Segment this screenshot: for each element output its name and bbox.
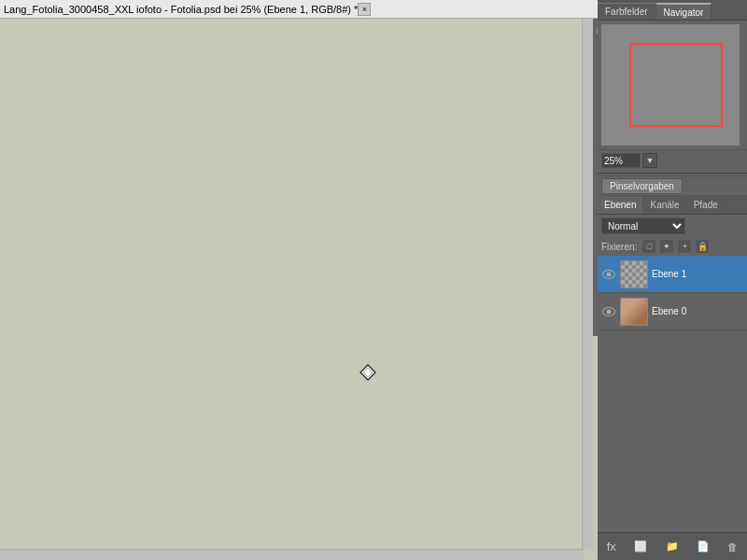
new-group-button[interactable]: 📁 [666, 540, 679, 553]
new-layer-button[interactable]: 📄 [697, 540, 710, 553]
layer-thumbnail-ebene1 [620, 260, 648, 288]
close-button[interactable]: × [358, 3, 371, 16]
panel-top-tabs: Farbfelder Navigator [598, 0, 747, 21]
canvas-cursor [359, 364, 376, 381]
eye-icon-ebene1 [602, 270, 615, 279]
svg-marker-1 [363, 368, 373, 377]
eye-icon-ebene0 [602, 307, 615, 316]
blend-mode-select[interactable]: Normal [601, 217, 685, 234]
pinselvorgaben-bar: Pinselvorgaben [598, 175, 747, 196]
layer-visibility-ebene1[interactable] [601, 267, 616, 282]
title-text: Lang_Fotolia_3000458_XXL iofoto - Fotoli… [4, 4, 358, 15]
svg-marker-0 [360, 365, 375, 380]
title-bar: Lang_Fotolia_3000458_XXL iofoto - Fotoli… [0, 0, 598, 19]
fixieren-plus-button[interactable]: + [677, 239, 692, 254]
horizontal-scrollbar[interactable] [0, 549, 584, 560]
tab-pfade[interactable]: Pfade [687, 196, 726, 214]
layer-mask-button[interactable]: ⬜ [634, 540, 647, 553]
zoom-input[interactable] [601, 153, 641, 168]
layer-thumbnail-ebene0 [620, 298, 648, 326]
tab-kanaele[interactable]: Kanäle [643, 196, 686, 214]
ebenen-tabs: Ebenen Kanäle Pfade [598, 196, 747, 215]
blend-mode-row: Normal [598, 215, 747, 237]
panel-divider [598, 173, 747, 174]
layer-item-ebene1[interactable]: Ebene 1 [598, 256, 747, 293]
fixieren-diamond-button[interactable]: ✦ [659, 239, 674, 254]
layer-style-button[interactable]: fx [607, 539, 616, 553]
layer-item-ebene0[interactable]: Ebene 0 [598, 293, 747, 330]
canvas-area [0, 19, 584, 560]
fixieren-box-button[interactable]: □ [641, 239, 656, 254]
navigator-area [598, 21, 747, 149]
layer-name-ebene1: Ebene 1 [652, 269, 743, 279]
right-panel: Farbfelder Navigator ▼ Pinselvorgaben Eb… [598, 0, 747, 560]
tab-farbfelder[interactable]: Farbfelder [598, 3, 656, 20]
fixieren-label: Fixieren: [601, 242, 637, 252]
layer-list: Ebene 1 Ebene 0 [598, 256, 747, 532]
fixieren-row: Fixieren: □ ✦ + 🔒 [598, 237, 747, 256]
delete-layer-button[interactable]: 🗑 [727, 541, 738, 553]
zoom-control: ▼ [598, 149, 747, 171]
layer-name-ebene0: Ebene 0 [652, 306, 743, 316]
pinselvorgaben-tab[interactable]: Pinselvorgaben [601, 178, 683, 194]
layer-visibility-ebene0[interactable] [601, 304, 616, 319]
layer-toolbar: fx ⬜ 📁 📄 🗑 [598, 532, 747, 560]
tab-navigator[interactable]: Navigator [656, 3, 712, 20]
tab-ebenen[interactable]: Ebenen [598, 196, 643, 214]
zoom-slider-button[interactable]: ▼ [642, 153, 657, 168]
fixieren-lock-button[interactable]: 🔒 [695, 239, 710, 254]
vertical-scrollbar[interactable] [582, 19, 593, 549]
navigator-preview [601, 24, 740, 146]
